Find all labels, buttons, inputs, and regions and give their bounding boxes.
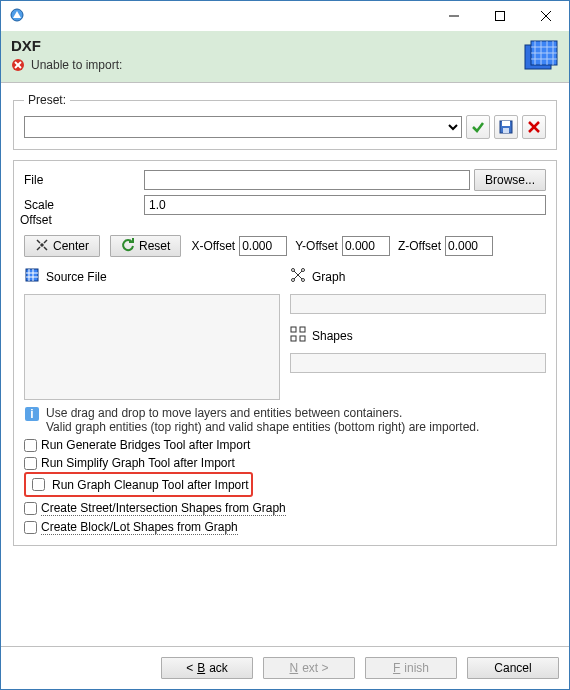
svg-rect-19 (503, 128, 509, 133)
svg-point-22 (41, 244, 43, 246)
file-group: File Browse... Scale Offset Center Reset… (13, 160, 557, 546)
reset-button[interactable]: Reset (110, 235, 181, 257)
svg-rect-2 (496, 12, 505, 21)
svg-rect-36 (291, 336, 296, 341)
scale-label: Scale (24, 198, 144, 212)
svg-rect-23 (26, 269, 38, 281)
preset-delete-button[interactable] (522, 115, 546, 139)
svg-rect-18 (502, 121, 510, 126)
close-button[interactable] (523, 1, 569, 31)
info-icon: i (24, 406, 40, 422)
check-create-block-shapes[interactable] (24, 521, 37, 534)
status-text: Unable to import: (31, 58, 122, 72)
z-offset-label: Z-Offset (398, 239, 441, 253)
graph-label: Graph (312, 270, 345, 284)
y-offset-field[interactable] (342, 236, 390, 256)
x-offset-label: X-Offset (191, 239, 235, 253)
svg-text:i: i (30, 407, 33, 421)
center-icon (35, 238, 49, 255)
titlebar (1, 1, 569, 31)
center-button[interactable]: Center (24, 235, 100, 257)
browse-button[interactable]: Browse... (474, 169, 546, 191)
preset-group: Preset: (13, 93, 557, 150)
offset-label: Offset (20, 213, 52, 227)
page-title: DXF (11, 37, 559, 54)
dxf-icon (523, 39, 559, 78)
shapes-label: Shapes (312, 329, 353, 343)
scale-field[interactable] (144, 195, 546, 215)
svg-rect-35 (300, 327, 305, 332)
cancel-button[interactable]: Cancel (467, 657, 559, 679)
preset-legend: Preset: (24, 93, 70, 107)
app-icon (9, 7, 25, 26)
source-file-icon (24, 267, 40, 286)
preset-apply-button[interactable] (466, 115, 490, 139)
check-create-street-shapes[interactable] (24, 502, 37, 515)
z-offset-field[interactable] (445, 236, 493, 256)
check-simplify-graph[interactable] (24, 457, 37, 470)
reset-icon (121, 238, 135, 255)
shapes-bin[interactable] (290, 353, 546, 373)
graph-bin[interactable] (290, 294, 546, 314)
preset-select[interactable] (24, 116, 462, 138)
error-icon (11, 58, 25, 72)
source-file-label: Source File (46, 270, 107, 284)
highlighted-option: Run Graph Cleanup Tool after Import (24, 472, 253, 497)
check-graph-cleanup[interactable] (32, 478, 45, 491)
file-label: File (24, 173, 144, 187)
wizard-header: DXF Unable to import: (1, 31, 569, 83)
file-field[interactable] (144, 170, 470, 190)
preset-save-button[interactable] (494, 115, 518, 139)
x-offset-field[interactable] (239, 236, 287, 256)
wizard-footer: < BBackack Next >Next > FinishFinish Can… (1, 646, 569, 689)
svg-rect-34 (291, 327, 296, 332)
source-file-bin[interactable] (24, 294, 280, 400)
graph-icon (290, 267, 306, 286)
finish-button[interactable]: FinishFinish (365, 657, 457, 679)
back-button[interactable]: < BBackack (161, 657, 253, 679)
hint-text: Use drag and drop to move layers and ent… (46, 406, 479, 434)
maximize-button[interactable] (477, 1, 523, 31)
y-offset-label: Y-Offset (295, 239, 338, 253)
check-generate-bridges[interactable] (24, 439, 37, 452)
next-button[interactable]: Next >Next > (263, 657, 355, 679)
minimize-button[interactable] (431, 1, 477, 31)
shapes-icon (290, 326, 306, 345)
svg-rect-37 (300, 336, 305, 341)
